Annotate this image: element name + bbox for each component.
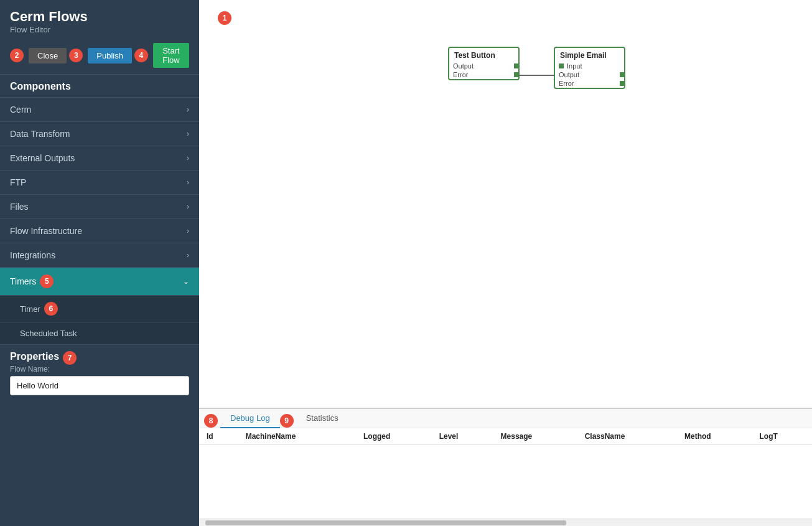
chevron-right-icon: › — [187, 251, 189, 260]
app-title: Cerm Flows — [10, 9, 189, 25]
main-area: 1 Test Button Output Error Simple Email … — [199, 0, 812, 526]
log-header-row: IdMachineNameLoggedLevelMessageClassName… — [199, 428, 812, 445]
sidebar-item-label: Cerm — [10, 105, 31, 115]
badge-4: 4 — [134, 49, 148, 62]
badge-5: 5 — [40, 275, 54, 288]
sidebar-item-ftp[interactable]: FTP › — [0, 170, 199, 194]
sidebar-item-timers[interactable]: Timers 5 ⌄ — [0, 267, 199, 295]
tab-statistics[interactable]: Statistics — [296, 409, 348, 428]
error-port-dot[interactable] — [514, 72, 519, 77]
flow-name-input[interactable] — [10, 376, 189, 395]
input-port-dot[interactable] — [559, 63, 564, 68]
node-title: Simple Email — [555, 48, 624, 62]
flow-name-label: Flow Name: — [10, 365, 189, 373]
sidebar-item-files[interactable]: Files › — [0, 194, 199, 218]
badge-1: 1 — [218, 11, 234, 25]
log-col-method: Method — [677, 428, 752, 445]
chevron-right-icon: › — [187, 227, 189, 235]
chevron-right-icon: › — [187, 129, 189, 138]
start-flow-button[interactable]: Start Flow — [153, 43, 189, 68]
bottom-panel: 8 Debug Log 9 Statistics IdMachineNameLo… — [199, 408, 812, 526]
app-subtitle: Flow Editor — [10, 25, 189, 34]
tab-debug-log[interactable]: Debug Log — [220, 409, 280, 428]
chevron-down-icon: ⌄ — [183, 277, 189, 286]
chevron-right-icon: › — [187, 154, 189, 162]
properties-section: Properties 7 Flow Name: — [0, 344, 199, 399]
sidebar-header: Cerm Flows Flow Editor — [0, 0, 199, 40]
badge-3: 3 — [69, 49, 83, 62]
canvas-area[interactable]: 1 Test Button Output Error Simple Email … — [199, 0, 812, 408]
publish-button[interactable]: Publish — [88, 48, 132, 63]
sidebar: Cerm Flows Flow Editor 2 Close 3 Publish… — [0, 0, 199, 526]
port-label: Error — [453, 71, 468, 78]
components-header: Components — [0, 74, 199, 97]
sidebar-item-label: Flow Infrastructure — [10, 226, 82, 236]
badge-8: 8 — [204, 414, 218, 428]
sidebar-item-label: FTP — [10, 177, 26, 187]
close-button[interactable]: Close — [29, 48, 67, 63]
log-col-id: Id — [199, 428, 238, 445]
scroll-thumb[interactable] — [205, 520, 566, 525]
output-port-dot[interactable] — [514, 63, 519, 68]
badge-2: 2 — [10, 49, 24, 62]
port-input: Input — [555, 62, 624, 70]
port-label: Input — [567, 62, 582, 70]
horizontal-scrollbar[interactable] — [199, 519, 812, 526]
sidebar-item-label: Data Transform — [10, 129, 70, 139]
flow-node-test-button[interactable]: Test Button Output Error — [448, 47, 520, 80]
chevron-right-icon: › — [187, 202, 189, 211]
sidebar-item-label: Timer — [20, 304, 40, 314]
sidebar-item-external-outputs[interactable]: External Outputs › — [0, 146, 199, 170]
sidebar-subitem-timer[interactable]: Timer 6 — [0, 295, 199, 322]
badge-7: 7 — [63, 351, 77, 365]
sidebar-item-cerm[interactable]: Cerm › — [0, 97, 199, 121]
port-error: Error — [555, 79, 624, 88]
log-col-logged: Logged — [356, 428, 432, 445]
log-col-logt: LogT — [752, 428, 812, 445]
chevron-right-icon: › — [187, 178, 189, 187]
log-col-machinename: MachineName — [238, 428, 356, 445]
toolbar: 2 Close 3 Publish 4 Start Flow — [0, 40, 199, 74]
tab-bar: 8 Debug Log 9 Statistics — [199, 409, 812, 428]
error-port-dot[interactable] — [620, 81, 625, 86]
badge-9: 9 — [280, 414, 294, 428]
sidebar-item-label: Timers — [10, 276, 36, 286]
flow-node-simple-email[interactable]: Simple Email Input Output Error — [554, 47, 625, 89]
sidebar-item-label: Files — [10, 202, 29, 212]
port-output: Output — [449, 62, 518, 70]
output-port-dot[interactable] — [620, 72, 625, 77]
sidebar-item-integrations[interactable]: Integrations › — [0, 243, 199, 267]
node-title: Test Button — [449, 48, 518, 62]
sidebar-item-label: Integrations — [10, 250, 55, 260]
port-output: Output — [555, 70, 624, 79]
sidebar-item-flow-infrastructure[interactable]: Flow Infrastructure › — [0, 218, 199, 243]
log-table: IdMachineNameLoggedLevelMessageClassName… — [199, 428, 812, 519]
sidebar-subitem-scheduled-task[interactable]: Scheduled Task — [0, 322, 199, 344]
port-label: Error — [559, 80, 574, 87]
properties-header: Properties — [10, 351, 59, 362]
badge-6: 6 — [44, 302, 58, 316]
sidebar-item-data-transform[interactable]: Data Transform › — [0, 121, 199, 146]
log-col-message: Message — [493, 428, 577, 445]
log-col-level: Level — [432, 428, 493, 445]
chevron-right-icon: › — [187, 105, 189, 114]
port-label: Output — [559, 71, 579, 78]
port-error: Error — [449, 70, 518, 79]
sidebar-item-label: External Outputs — [10, 153, 75, 163]
sidebar-item-label: Scheduled Task — [20, 329, 77, 338]
log-col-classname: ClassName — [577, 428, 677, 445]
port-label: Output — [453, 62, 474, 70]
